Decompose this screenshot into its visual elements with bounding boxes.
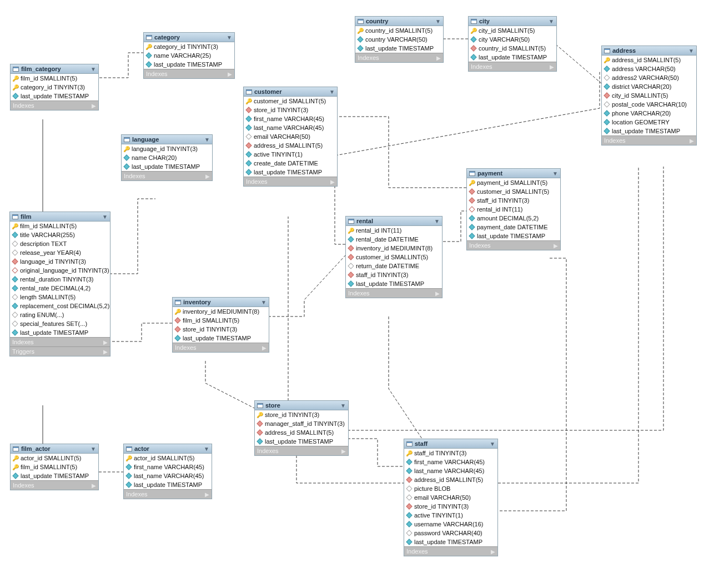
collapse-icon[interactable]: ▼	[204, 446, 209, 452]
column-row[interactable]: location GEOMETRY	[602, 118, 696, 127]
section-indexes[interactable]: Indexes▶	[173, 343, 269, 352]
column-row[interactable]: language_id TINYINT(3)	[10, 257, 110, 266]
column-row[interactable]: 🔑film_id SMALLINT(5)	[11, 463, 98, 471]
column-row[interactable]: title VARCHAR(255)	[10, 230, 110, 239]
column-row[interactable]: last_update TIMESTAMP	[11, 471, 98, 480]
entity-store[interactable]: store▼🔑store_id TINYINT(3)manager_staff_…	[254, 400, 349, 456]
entity-payment[interactable]: payment▼🔑payment_id SMALLINT(5)customer_…	[466, 168, 561, 250]
column-row[interactable]: inventory_id MEDIUMINT(8)	[346, 244, 442, 253]
column-row[interactable]: last_name VARCHAR(45)	[124, 471, 212, 480]
entity-film_category[interactable]: film_category▼🔑film_id SMALLINT(5)🔑categ…	[10, 64, 99, 110]
column-row[interactable]: address VARCHAR(50)	[602, 64, 696, 73]
column-row[interactable]: city_id SMALLINT(5)	[602, 91, 696, 100]
entity-header[interactable]: address▼	[602, 46, 696, 56]
section-indexes[interactable]: Indexes▶	[144, 69, 234, 78]
column-row[interactable]: last_update TIMESTAMP	[124, 480, 212, 489]
column-row[interactable]: 🔑actor_id SMALLINT(5)	[124, 454, 212, 463]
column-row[interactable]: email VARCHAR(50)	[244, 132, 337, 141]
column-row[interactable]: last_update TIMESTAMP	[467, 232, 560, 240]
section-indexes[interactable]: Indexes▶	[124, 489, 212, 499]
column-row[interactable]: name CHAR(20)	[122, 153, 212, 162]
column-row[interactable]: last_update TIMESTAMP	[469, 53, 556, 62]
entity-header[interactable]: actor▼	[124, 444, 212, 454]
column-row[interactable]: original_language_id TINYINT(3)	[10, 266, 110, 275]
column-row[interactable]: 🔑city_id SMALLINT(5)	[469, 26, 556, 35]
section-indexes[interactable]: Indexes▶	[404, 546, 497, 556]
entity-header[interactable]: city▼	[469, 17, 556, 26]
collapse-icon[interactable]: ▼	[90, 66, 96, 72]
column-row[interactable]: special_features SET(...)	[10, 319, 110, 328]
column-row[interactable]: last_update TIMESTAMP	[244, 168, 337, 177]
expand-icon[interactable]: ▶	[436, 55, 441, 61]
column-row[interactable]: return_date DATETIME	[346, 262, 442, 270]
collapse-icon[interactable]: ▼	[434, 218, 440, 224]
column-row[interactable]: customer_id SMALLINT(5)	[467, 187, 560, 196]
expand-icon[interactable]: ▶	[103, 349, 108, 355]
collapse-icon[interactable]: ▼	[102, 214, 108, 220]
column-row[interactable]: payment_date DATETIME	[467, 223, 560, 232]
entity-rental[interactable]: rental▼🔑rental_id INT(11)rental_date DAT…	[345, 216, 442, 298]
entity-header[interactable]: rental▼	[346, 217, 442, 226]
column-row[interactable]: last_update TIMESTAMP	[255, 437, 348, 446]
entity-header[interactable]: language▼	[122, 135, 212, 144]
column-row[interactable]: last_update TIMESTAMP	[602, 127, 696, 135]
column-row[interactable]: 🔑rental_id INT(11)	[346, 226, 442, 235]
collapse-icon[interactable]: ▼	[90, 446, 96, 452]
collapse-icon[interactable]: ▼	[261, 299, 266, 305]
entity-language[interactable]: language▼🔑language_id TINYINT(3)name CHA…	[121, 134, 213, 181]
column-row[interactable]: description TEXT	[10, 239, 110, 248]
section-indexes[interactable]: Indexes▶	[355, 53, 443, 62]
expand-icon[interactable]: ▶	[330, 179, 335, 185]
column-row[interactable]: last_update TIMESTAMP	[173, 334, 269, 343]
column-row[interactable]: address2 VARCHAR(50)	[602, 73, 696, 82]
section-indexes[interactable]: Indexes▶	[602, 135, 696, 145]
column-row[interactable]: active TINYINT(1)	[244, 150, 337, 159]
column-row[interactable]: length SMALLINT(5)	[10, 293, 110, 301]
column-row[interactable]: 🔑film_id SMALLINT(5)	[11, 74, 98, 83]
column-row[interactable]: 🔑address_id SMALLINT(5)	[602, 56, 696, 64]
column-row[interactable]: last_update TIMESTAMP	[11, 92, 98, 100]
expand-icon[interactable]: ▶	[554, 243, 558, 249]
entity-header[interactable]: film_actor▼	[11, 444, 98, 454]
column-row[interactable]: last_update TIMESTAMP	[10, 328, 110, 337]
column-row[interactable]: address_id SMALLINT(5)	[244, 141, 337, 150]
collapse-icon[interactable]: ▼	[549, 18, 554, 24]
column-row[interactable]: picture BLOB	[404, 484, 497, 493]
column-row[interactable]: 🔑payment_id SMALLINT(5)	[467, 178, 560, 187]
column-row[interactable]: rental_date DATETIME	[346, 235, 442, 244]
column-row[interactable]: country VARCHAR(50)	[355, 35, 443, 44]
expand-icon[interactable]: ▶	[92, 103, 96, 109]
section-triggers[interactable]: Triggers▶	[10, 346, 110, 356]
column-row[interactable]: last_update TIMESTAMP	[355, 44, 443, 53]
column-row[interactable]: last_name VARCHAR(45)	[404, 466, 497, 475]
column-row[interactable]: store_id TINYINT(3)	[173, 325, 269, 334]
column-row[interactable]: 🔑country_id SMALLINT(5)	[355, 26, 443, 35]
entity-header[interactable]: country▼	[355, 17, 443, 26]
section-indexes[interactable]: Indexes▶	[122, 171, 212, 180]
column-row[interactable]: 🔑inventory_id MEDIUMINT(8)	[173, 307, 269, 316]
column-row[interactable]: rental_id INT(11)	[467, 205, 560, 214]
column-row[interactable]: country_id SMALLINT(5)	[469, 44, 556, 53]
collapse-icon[interactable]: ▼	[552, 170, 558, 177]
entity-header[interactable]: staff▼	[404, 439, 497, 449]
column-row[interactable]: release_year YEAR(4)	[10, 248, 110, 257]
column-row[interactable]: create_date DATETIME	[244, 159, 337, 168]
expand-icon[interactable]: ▶	[103, 339, 108, 345]
column-row[interactable]: replacement_cost DECIMAL(5,2)	[10, 301, 110, 310]
column-row[interactable]: 🔑language_id TINYINT(3)	[122, 144, 212, 153]
column-row[interactable]: 🔑store_id TINYINT(3)	[255, 410, 348, 419]
column-row[interactable]: rental_rate DECIMAL(4,2)	[10, 284, 110, 293]
section-indexes[interactable]: Indexes▶	[346, 288, 442, 298]
expand-icon[interactable]: ▶	[491, 549, 495, 555]
column-row[interactable]: phone VARCHAR(20)	[602, 109, 696, 118]
column-row[interactable]: address_id SMALLINT(5)	[404, 475, 497, 484]
collapse-icon[interactable]: ▼	[340, 403, 346, 409]
column-row[interactable]: username VARCHAR(16)	[404, 520, 497, 529]
column-row[interactable]: 🔑staff_id TINYINT(3)	[404, 449, 497, 458]
column-row[interactable]: rating ENUM(...)	[10, 310, 110, 319]
entity-film_actor[interactable]: film_actor▼🔑actor_id SMALLINT(5)🔑film_id…	[10, 444, 99, 490]
entity-header[interactable]: category▼	[144, 33, 234, 42]
column-row[interactable]: customer_id SMALLINT(5)	[346, 253, 442, 262]
collapse-icon[interactable]: ▼	[688, 48, 694, 54]
column-row[interactable]: last_update TIMESTAMP	[404, 537, 497, 546]
